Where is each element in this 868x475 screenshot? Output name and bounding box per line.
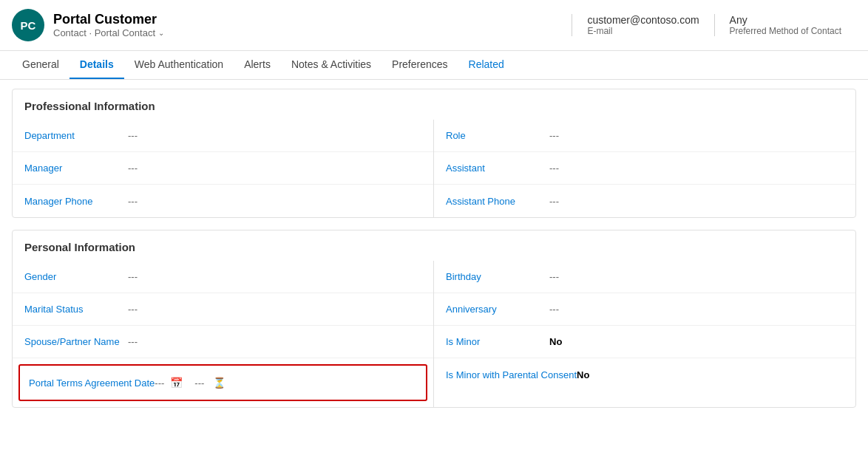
field-anniversary: Anniversary --- (434, 293, 855, 326)
content: Professional Information Department --- … (0, 80, 868, 428)
marital-status-label: Marital Status (24, 304, 128, 315)
field-marital-status: Marital Status --- (13, 293, 433, 326)
is-minor-label: Is Minor (446, 336, 549, 347)
professional-section-title: Professional Information (13, 89, 855, 120)
tab-web-authentication[interactable]: Web Authentication (124, 51, 234, 79)
contact-method-block: Any Preferred Method of Contact (714, 14, 856, 36)
field-assistant: Assistant --- (434, 152, 855, 185)
field-assistant-phone: Assistant Phone --- (434, 185, 855, 217)
marital-status-value: --- (128, 304, 138, 315)
is-minor-parental-label: Is Minor with Parental Consent (446, 369, 577, 380)
portal-terms-wrapper: Portal Terms Agreement Date --- 📅 --- ⏳ (13, 358, 433, 407)
is-minor-parental-value: No (577, 369, 589, 380)
personal-left-col: Gender --- Marital Status --- Spouse/Par… (13, 261, 434, 407)
portal-time-value: --- (194, 377, 204, 389)
personal-section: Personal Information Gender --- Marital … (12, 230, 856, 408)
birthday-label: Birthday (446, 271, 549, 282)
portal-terms-row: Portal Terms Agreement Date --- 📅 --- ⏳ (18, 364, 427, 401)
anniversary-label: Anniversary (446, 304, 549, 315)
tab-related[interactable]: Related (458, 51, 515, 79)
assistant-phone-value: --- (549, 196, 559, 207)
field-spouse-name: Spouse/Partner Name --- (13, 326, 433, 358)
contact-method-label: Preferred Method of Contact (730, 26, 841, 36)
manager-phone-label: Manager Phone (24, 196, 128, 207)
personal-section-title: Personal Information (13, 230, 855, 261)
professional-right-col: Role --- Assistant --- Assistant Phone -… (434, 120, 855, 217)
tab-preferences[interactable]: Preferences (382, 51, 458, 79)
chevron-down-icon[interactable]: ⌄ (158, 29, 164, 37)
field-manager-phone: Manager Phone --- (13, 185, 433, 217)
manager-label: Manager (24, 163, 128, 174)
manager-phone-value: --- (128, 196, 138, 207)
assistant-label: Assistant (446, 163, 549, 174)
professional-left-col: Department --- Manager --- Manager Phone… (13, 120, 434, 217)
clock-icon[interactable]: ⏳ (213, 377, 226, 389)
contact-subtitle: Contact · Portal Contact ⌄ (53, 27, 572, 38)
personal-right-col: Birthday --- Anniversary --- Is Minor No… (434, 261, 855, 407)
tab-notes-activities[interactable]: Notes & Activities (281, 51, 382, 79)
assistant-value: --- (549, 163, 559, 174)
birthday-value: --- (549, 271, 559, 282)
field-gender: Gender --- (13, 261, 433, 293)
spouse-name-label: Spouse/Partner Name (24, 336, 128, 347)
field-manager: Manager --- (13, 152, 433, 185)
email-block: customer@contoso.com E-mail (572, 14, 713, 36)
portal-date-section: --- 📅 --- ⏳ (155, 377, 417, 389)
professional-fields-grid: Department --- Manager --- Manager Phone… (13, 120, 855, 217)
tab-general[interactable]: General (12, 51, 69, 79)
contact-name: Portal Customer (53, 12, 572, 27)
role-value: --- (549, 130, 559, 141)
avatar: PC (12, 9, 44, 41)
header: PC Portal Customer Contact · Portal Cont… (0, 0, 868, 51)
nav-tabs: General Details Web Authentication Alert… (0, 51, 868, 80)
department-value: --- (128, 130, 138, 141)
role-label: Role (446, 130, 549, 141)
assistant-phone-label: Assistant Phone (446, 196, 549, 207)
email-label: E-mail (587, 26, 699, 36)
gender-value: --- (128, 271, 138, 282)
email-value: customer@contoso.com (587, 14, 699, 26)
manager-value: --- (128, 163, 138, 174)
header-title: Portal Customer Contact · Portal Contact… (53, 12, 572, 38)
anniversary-value: --- (549, 304, 559, 315)
is-minor-value: No (549, 336, 562, 347)
professional-section: Professional Information Department --- … (12, 89, 856, 218)
contact-method-value: Any (730, 14, 841, 26)
tab-alerts[interactable]: Alerts (234, 51, 281, 79)
calendar-icon[interactable]: 📅 (170, 377, 183, 389)
field-birthday: Birthday --- (434, 261, 855, 293)
department-label: Department (24, 130, 128, 141)
portal-date-value: --- (155, 377, 164, 389)
field-role: Role --- (434, 120, 855, 152)
spouse-name-value: --- (128, 336, 138, 347)
field-is-minor-parental: Is Minor with Parental Consent No (434, 358, 855, 391)
field-is-minor: Is Minor No (434, 326, 855, 358)
portal-terms-label: Portal Terms Agreement Date (29, 377, 155, 389)
tab-details[interactable]: Details (69, 51, 124, 79)
field-department: Department --- (13, 120, 433, 152)
header-right: customer@contoso.com E-mail Any Preferre… (572, 14, 856, 36)
gender-label: Gender (24, 271, 128, 282)
personal-fields-grid: Gender --- Marital Status --- Spouse/Par… (13, 261, 855, 407)
